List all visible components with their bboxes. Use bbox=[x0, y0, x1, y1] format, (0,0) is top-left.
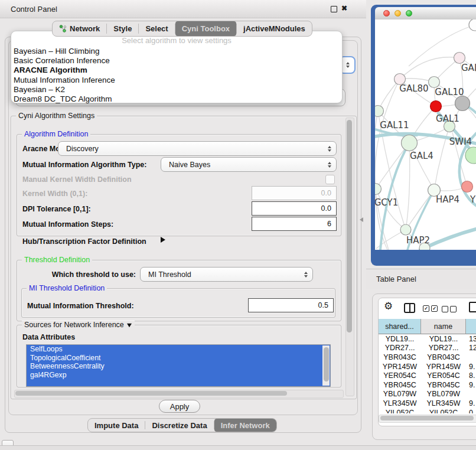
table-cell: 13 bbox=[466, 335, 476, 343]
mi-threshold-field[interactable]: 0.5 bbox=[248, 298, 334, 312]
tab-style[interactable]: Style bbox=[107, 21, 138, 36]
control-panel-titlebar: Control Panel ✖ bbox=[0, 0, 366, 18]
deselect-all-columns-icon[interactable] bbox=[442, 306, 457, 312]
table-cell: YLR345W bbox=[421, 399, 466, 407]
table-row[interactable]: YBL079WYBL079W bbox=[379, 390, 476, 399]
mi-steps-value: 6 bbox=[327, 220, 331, 228]
attribute-item-topologicalcoefficient[interactable]: TopologicalCoefficient bbox=[27, 354, 330, 363]
float-window-icon[interactable] bbox=[331, 6, 337, 12]
manual-kernel-checkbox[interactable] bbox=[325, 175, 335, 184]
table-cell: YBR043C bbox=[379, 353, 421, 361]
node-hap2[interactable] bbox=[400, 224, 411, 235]
column-header-name[interactable]: name bbox=[421, 319, 466, 334]
table-row[interactable]: YIL052CYIL052C0. bbox=[379, 408, 476, 413]
table-horizontal-scrollbar[interactable] bbox=[379, 415, 476, 423]
aracne-mode-combobox[interactable]: Discovery bbox=[58, 141, 337, 156]
scrollbar-thumb[interactable] bbox=[347, 120, 352, 332]
column-header-shared[interactable]: shared... bbox=[379, 319, 421, 334]
group-title: Threshold Definition bbox=[22, 256, 92, 264]
table-settings-gear-icon[interactable]: ⚙ bbox=[384, 300, 393, 312]
zoom-traffic-light-icon[interactable] bbox=[406, 10, 412, 17]
table-row[interactable]: YDL19...YDL19...13 bbox=[379, 334, 476, 344]
dpi-tolerance-field[interactable]: 0.0 bbox=[252, 201, 337, 216]
attribute-item-gal4rgexp[interactable]: gal4RGexp bbox=[27, 371, 330, 380]
attribute-item-selfloops[interactable]: SelfLoops bbox=[27, 345, 330, 354]
tab-network[interactable]: Network bbox=[53, 21, 106, 36]
close-panel-icon[interactable]: ✖ bbox=[341, 4, 347, 12]
kernel-width-field[interactable]: 0.0 bbox=[252, 186, 337, 200]
which-threshold-value: MI Threshold bbox=[148, 270, 191, 279]
table-row[interactable]: YLR345WYLR345W9. bbox=[379, 399, 476, 408]
node-gal4[interactable] bbox=[402, 135, 418, 151]
table-cell: YBL079W bbox=[421, 390, 466, 398]
split-columns-icon[interactable] bbox=[404, 303, 415, 313]
scrollbar-thumb[interactable] bbox=[380, 416, 474, 420]
node-unlabeled-top[interactable] bbox=[469, 19, 476, 31]
close-traffic-light-icon[interactable] bbox=[383, 10, 390, 17]
table-cell: 0. bbox=[466, 409, 476, 413]
attribute-item-betweennesscentrality[interactable]: BetweennessCentrality bbox=[27, 362, 330, 371]
mi-threshold-value: 0.5 bbox=[318, 301, 328, 309]
algorithm-option-dream8-dc-tdc-algorithm[interactable]: Dream8 DC_TDC Algorithm bbox=[11, 94, 342, 104]
tab-jactivemnodules[interactable]: jActiveMNodules bbox=[237, 21, 312, 36]
hub-expand-arrow-icon[interactable] bbox=[161, 237, 165, 243]
node-gal10[interactable] bbox=[429, 77, 440, 88]
network-window-titlebar[interactable] bbox=[375, 7, 476, 20]
node-gal-top[interactable] bbox=[454, 53, 465, 64]
clipped-toolbar-icon[interactable] bbox=[469, 302, 476, 312]
table-row[interactable]: YDR27...YDR27...12 bbox=[379, 344, 476, 353]
select-all-columns-icon[interactable] bbox=[423, 305, 438, 312]
minimize-traffic-light-icon[interactable] bbox=[395, 10, 401, 17]
data-attributes-list[interactable]: SelfLoopsTopologicalCoefficientBetweenne… bbox=[26, 344, 331, 387]
combo-spinner-icon bbox=[346, 62, 350, 68]
apply-button[interactable]: Apply bbox=[159, 400, 200, 413]
node-gal1-selected[interactable] bbox=[431, 101, 442, 112]
node-gray[interactable] bbox=[455, 96, 470, 111]
table-cell: YDL19... bbox=[379, 335, 421, 343]
settings-horizontal-scrollbar[interactable] bbox=[14, 390, 344, 398]
network-tab-icon bbox=[59, 25, 67, 32]
node-gcy1[interactable] bbox=[375, 184, 382, 195]
column-header-clipped[interactable] bbox=[466, 319, 476, 334]
mi-steps-field[interactable]: 6 bbox=[252, 217, 337, 231]
table-panel-titlebar: Table Panel bbox=[366, 269, 476, 289]
list-scrollbar-thumb[interactable] bbox=[324, 347, 329, 381]
scrollbar-thumb[interactable] bbox=[15, 391, 287, 396]
algorithm-option-basic-correlation-inference[interactable]: Basic Correlation Inference bbox=[11, 56, 342, 66]
network-graph: GALGAL80GAL10GAL1GAL11SWI4GAL4GCY1HAP4YH… bbox=[375, 19, 476, 250]
algorithm-option-mutual-information-inference[interactable]: Mutual Information Inference bbox=[11, 76, 342, 85]
sources-collapse-arrow-icon[interactable] bbox=[127, 324, 132, 327]
algorithm-option-aracne-algorithm[interactable]: ARACNE Algorithm bbox=[11, 66, 342, 75]
table-row[interactable]: YBR043CYBR043C bbox=[379, 353, 476, 362]
node-gal11[interactable] bbox=[375, 106, 384, 117]
mi-algorithm-type-combobox[interactable]: Naive Bayes bbox=[161, 157, 337, 172]
table-row[interactable]: YER054CYER054C8. bbox=[379, 371, 476, 380]
tab-cyni-toolbox[interactable]: Cyni Toolbox bbox=[175, 21, 236, 36]
table-row[interactable]: YBR045CYBR045C9. bbox=[379, 380, 476, 390]
settings-vertical-scrollbar[interactable] bbox=[345, 118, 354, 396]
tab-discretize-data[interactable]: Discretize Data bbox=[145, 419, 213, 432]
which-threshold-combobox[interactable]: MI Threshold bbox=[140, 267, 313, 282]
node-label-gal10: GAL10 bbox=[435, 87, 464, 97]
panel-splitter-arrow-icon[interactable] bbox=[360, 217, 363, 222]
combo-spinner-icon bbox=[328, 146, 331, 152]
panel-title: Control Panel bbox=[11, 5, 57, 14]
node-right-green[interactable] bbox=[465, 147, 476, 164]
algorithm-list: Bayesian – Hill ClimbingBasic Correlatio… bbox=[11, 47, 342, 104]
table-cell: YDL19... bbox=[421, 335, 466, 343]
dpi-tolerance-value: 0.0 bbox=[321, 204, 331, 213]
tab-impute-data[interactable]: Impute Data bbox=[88, 419, 145, 432]
combo-spinner-icon bbox=[304, 272, 308, 278]
tab-infer-network[interactable]: Infer Network bbox=[214, 419, 276, 432]
algorithm-option-bayesian-hill-climbing[interactable]: Bayesian – Hill Climbing bbox=[11, 47, 342, 56]
node-salmon[interactable] bbox=[462, 181, 473, 193]
table-row[interactable]: YPR145WYPR145W9. bbox=[379, 362, 476, 371]
tab-label: Cyni Toolbox bbox=[182, 24, 230, 33]
tab-label: Select bbox=[145, 24, 168, 33]
table-cell: YBR045C bbox=[421, 381, 466, 389]
mode-tab-bar: Impute DataDiscretize DataInfer Network bbox=[87, 418, 277, 432]
network-canvas[interactable]: GALGAL80GAL10GAL1GAL11SWI4GAL4GCY1HAP4YH… bbox=[375, 19, 476, 250]
group-title: Cyni Algorithm Settings bbox=[16, 112, 97, 120]
algorithm-option-bayesian-k2[interactable]: Bayesian – K2 bbox=[11, 85, 342, 94]
tab-select[interactable]: Select bbox=[139, 21, 174, 36]
